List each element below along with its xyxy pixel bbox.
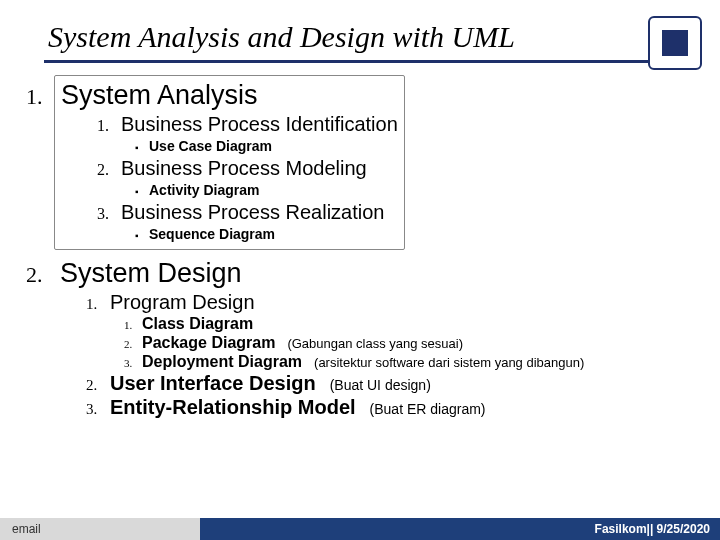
bullet-icon: ▪ <box>135 229 149 243</box>
footer: email Fasilkom|| 9/25/2020 <box>0 518 720 540</box>
university-logo <box>648 16 702 70</box>
logo-glyph-icon <box>662 30 688 56</box>
subitem-label: Activity Diagram <box>149 182 259 198</box>
section-system-design: 2. System Design <box>26 258 708 289</box>
annotation: (Buat ER diagram) <box>370 401 486 417</box>
subitem-label: Sequence Diagram <box>149 226 275 242</box>
list-number: 1. <box>86 296 110 313</box>
section-system-analysis: 1. System Analysis 1. Business Process I… <box>26 75 708 250</box>
item-label: Program Design <box>110 291 255 314</box>
item-bp-realization: 3. Business Process Realization <box>97 201 398 224</box>
item-bp-identification: 1. Business Process Identification <box>97 113 398 136</box>
list-number: 3. <box>97 205 121 223</box>
subitem-activity: ▪ Activity Diagram <box>135 182 398 199</box>
annotation: (Gabungan class yang sesuai) <box>287 336 463 351</box>
list-number: 3. <box>124 357 142 369</box>
title-bar: System Analysis and Design with UML <box>44 14 676 63</box>
item-label: Business Process Modeling <box>121 157 367 180</box>
item-er-model: 3. Entity-Relationship Model (Buat ER di… <box>86 396 708 419</box>
slide-title: System Analysis and Design with UML <box>44 14 676 60</box>
list-number: 1. <box>26 84 54 110</box>
subitem-sequence: ▪ Sequence Diagram <box>135 226 398 243</box>
item-program-design: 1. Program Design <box>86 291 708 314</box>
subitem-label: Package Diagram <box>142 334 275 352</box>
subitem-deployment-diagram: 3. Deployment Diagram (arsitektur softwa… <box>124 353 708 371</box>
list-number: 1. <box>124 319 142 331</box>
item-label: Entity-Relationship Model <box>110 396 356 419</box>
subitem-package-diagram: 2. Package Diagram (Gabungan class yang … <box>124 334 708 352</box>
list-number: 3. <box>86 401 110 418</box>
bullet-icon: ▪ <box>135 141 149 155</box>
section-label: System Design <box>60 258 242 289</box>
footer-email: email <box>0 518 200 540</box>
section-label: System Analysis <box>61 80 398 111</box>
list-number: 2. <box>86 377 110 394</box>
list-number: 2. <box>97 161 121 179</box>
item-label: Business Process Identification <box>121 113 398 136</box>
item-label: User Interface Design <box>110 372 316 395</box>
bullet-icon: ▪ <box>135 185 149 199</box>
footer-meta: Fasilkom|| 9/25/2020 <box>200 518 720 540</box>
item-bp-modeling: 2. Business Process Modeling <box>97 157 398 180</box>
content: 1. System Analysis 1. Business Process I… <box>0 69 720 419</box>
header: System Analysis and Design with UML <box>0 0 720 63</box>
subitem-label: Deployment Diagram <box>142 353 302 371</box>
item-label: Business Process Realization <box>121 201 384 224</box>
subitem-label: Use Case Diagram <box>149 138 272 154</box>
item-ui-design: 2. User Interface Design (Buat UI design… <box>86 372 708 395</box>
list-number: 2. <box>124 338 142 350</box>
annotation: (Buat UI design) <box>330 377 431 393</box>
boxed-group-system-analysis: System Analysis 1. Business Process Iden… <box>54 75 405 250</box>
list-number: 1. <box>97 117 121 135</box>
list-number: 2. <box>26 262 54 288</box>
slide: System Analysis and Design with UML 1. S… <box>0 0 720 540</box>
subitem-use-case: ▪ Use Case Diagram <box>135 138 398 155</box>
subitem-class-diagram: 1. Class Diagram <box>124 315 708 333</box>
annotation: (arsitektur software dari sistem yang di… <box>314 355 584 370</box>
subitem-label: Class Diagram <box>142 315 253 333</box>
